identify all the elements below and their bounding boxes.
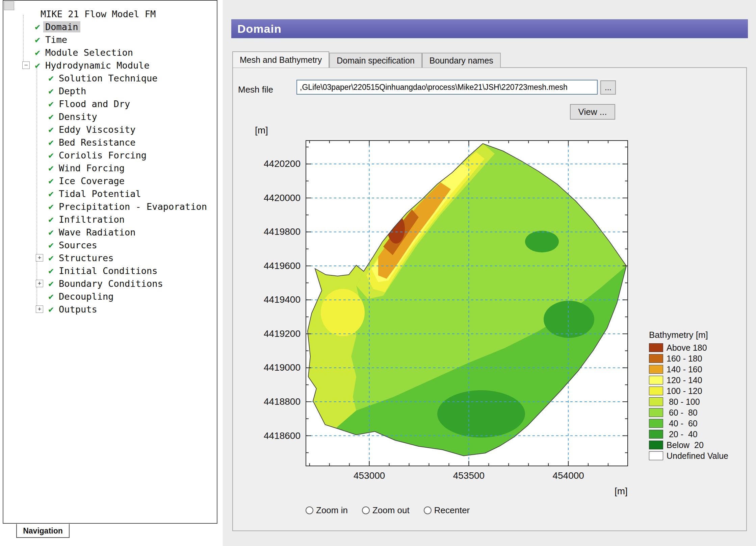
legend-swatch bbox=[649, 376, 663, 384]
tree-item-coriolis-forcing[interactable]: ✔Coriolis Forcing bbox=[5, 149, 215, 162]
tree-item-initial-conditions[interactable]: ✔Initial Conditions bbox=[5, 264, 215, 277]
tree-item-module-selection[interactable]: ✔Module Selection bbox=[5, 46, 215, 59]
check-icon: ✔ bbox=[45, 73, 57, 83]
navigation-tree: MIKE 21 Flow Model FM✔Domain✔Time✔Module… bbox=[5, 7, 215, 316]
check-icon: ✔ bbox=[45, 253, 57, 263]
mesh-file-input[interactable] bbox=[296, 80, 598, 95]
radio-recenter[interactable]: Recenter bbox=[424, 505, 470, 516]
tab-domain-specification[interactable]: Domain specification bbox=[329, 53, 422, 68]
tree-item-hydrodynamic-module[interactable]: −✔Hydrodynamic Module bbox=[5, 59, 215, 72]
plus-expander-icon[interactable]: + bbox=[36, 280, 43, 287]
legend-entry-140-160: 140 - 160 bbox=[649, 364, 728, 375]
bathymetry-plot[interactable] bbox=[306, 140, 628, 466]
check-icon: ✔ bbox=[32, 22, 43, 32]
tree-item-eddy-viscosity[interactable]: ✔Eddy Viscosity bbox=[5, 123, 215, 136]
check-icon: ✔ bbox=[45, 189, 57, 199]
tree-item-mike-21-flow-model-fm[interactable]: MIKE 21 Flow Model FM bbox=[5, 7, 215, 20]
radio-circle-icon[interactable] bbox=[424, 506, 432, 514]
check-icon: ✔ bbox=[32, 60, 43, 70]
y-tick-label: 4419000 bbox=[250, 362, 301, 373]
check-icon: ✔ bbox=[45, 124, 57, 134]
check-icon: ✔ bbox=[45, 99, 57, 109]
check-icon: ✔ bbox=[45, 86, 57, 96]
y-tick-label: 4418600 bbox=[250, 430, 301, 441]
legend-label: Undefined Value bbox=[667, 451, 728, 461]
tree-item-label: Wave Radiation bbox=[57, 227, 138, 238]
view-button-label: View ... bbox=[578, 107, 607, 117]
tree-item-structures[interactable]: +✔Structures bbox=[5, 251, 215, 264]
tree-item-decoupling[interactable]: ✔Decoupling bbox=[5, 290, 215, 303]
tree-item-wind-forcing[interactable]: ✔Wind Forcing bbox=[5, 162, 215, 174]
check-icon: ✔ bbox=[45, 214, 57, 224]
x-tick-label: 453000 bbox=[354, 470, 385, 481]
tab-boundary-names[interactable]: Boundary names bbox=[422, 53, 501, 68]
y-tick-label: 4420200 bbox=[250, 158, 301, 169]
bathymetry-map[interactable] bbox=[306, 140, 628, 466]
tree-item-label: Wind Forcing bbox=[57, 163, 127, 174]
tree-item-boundary-conditions[interactable]: +✔Boundary Conditions bbox=[5, 277, 215, 290]
legend-swatch bbox=[649, 441, 663, 449]
tree-item-solution-technique[interactable]: ✔Solution Technique bbox=[5, 72, 215, 84]
tree-item-label: Density bbox=[57, 111, 99, 122]
tree-item-label: Solution Technique bbox=[57, 73, 160, 84]
tree-item-sources[interactable]: ✔Sources bbox=[5, 239, 215, 251]
radio-zoom-in[interactable]: Zoom in bbox=[306, 505, 348, 516]
check-icon: ✔ bbox=[45, 111, 57, 122]
plus-expander-icon[interactable]: + bbox=[36, 305, 43, 313]
tree-item-tidal-potential[interactable]: ✔Tidal Potential bbox=[5, 187, 215, 200]
check-icon: ✔ bbox=[45, 291, 57, 301]
check-icon: ✔ bbox=[45, 266, 57, 276]
page-title: Domain bbox=[231, 22, 282, 35]
y-tick-label: 4419800 bbox=[250, 226, 301, 237]
view-button[interactable]: View ... bbox=[570, 104, 615, 120]
tree-item-precipitation-evaporation[interactable]: ✔Precipitation - Evaporation bbox=[5, 200, 215, 213]
browse-button[interactable]: ... bbox=[600, 80, 616, 95]
tree-item-bed-resistance[interactable]: ✔Bed Resistance bbox=[5, 136, 215, 149]
plot-tool-radios: Zoom inZoom outRecenter bbox=[306, 505, 484, 516]
tree-item-outputs[interactable]: +✔Outputs bbox=[5, 303, 215, 316]
radio-zoom-out[interactable]: Zoom out bbox=[362, 505, 410, 516]
check-icon: ✔ bbox=[45, 227, 57, 237]
legend-entry-120-140: 120 - 140 bbox=[649, 375, 728, 386]
tree-item-ice-coverage[interactable]: ✔Ice Coverage bbox=[5, 174, 215, 187]
tree-item-label: MIKE 21 Flow Model FM bbox=[38, 8, 158, 20]
tree-item-wave-radiation[interactable]: ✔Wave Radiation bbox=[5, 226, 215, 239]
legend-label: 140 - 160 bbox=[667, 365, 702, 374]
tree-item-label: Structures bbox=[57, 252, 116, 264]
tree-item-infiltration[interactable]: ✔Infiltration bbox=[5, 213, 215, 226]
navigation-bottom-tab[interactable]: Navigation bbox=[16, 524, 70, 538]
tree-item-depth[interactable]: ✔Depth bbox=[5, 84, 215, 97]
tree-item-label: Bed Resistance bbox=[57, 137, 138, 148]
tree-item-label: Tidal Potential bbox=[57, 188, 143, 199]
legend-swatch bbox=[649, 365, 663, 374]
check-icon: ✔ bbox=[45, 201, 57, 212]
radio-label: Zoom out bbox=[372, 505, 410, 516]
tree-item-label: Initial Conditions bbox=[57, 265, 160, 276]
tree-item-flood-and-dry[interactable]: ✔Flood and Dry bbox=[5, 97, 215, 110]
y-tick-label: 4419600 bbox=[250, 260, 301, 271]
y-tick-label: 4418800 bbox=[250, 396, 301, 407]
tree-item-label: Outputs bbox=[57, 304, 99, 315]
check-icon: ✔ bbox=[45, 176, 57, 186]
legend-entry-80-100: 80 - 100 bbox=[649, 396, 728, 407]
tree-item-density[interactable]: ✔Density bbox=[5, 110, 215, 123]
minus-expander-icon[interactable]: − bbox=[22, 61, 30, 69]
tab-bar: Mesh and BathymetryDomain specificationB… bbox=[232, 51, 501, 68]
legend-label: 160 - 180 bbox=[667, 354, 702, 364]
radio-circle-icon[interactable] bbox=[362, 506, 370, 514]
tab-mesh-and-bathymetry[interactable]: Mesh and Bathymetry bbox=[232, 51, 329, 68]
legend-swatch bbox=[649, 451, 663, 460]
legend-swatch bbox=[649, 354, 663, 363]
bathymetry-legend: Bathymetry [m] Above 180160 - 180140 - 1… bbox=[649, 330, 728, 461]
radio-circle-icon[interactable] bbox=[306, 506, 313, 514]
tree-item-domain[interactable]: ✔Domain bbox=[5, 20, 215, 33]
tree-item-label: Decoupling bbox=[57, 291, 116, 302]
plus-expander-icon[interactable]: + bbox=[36, 254, 43, 262]
y-tick-label: 4420000 bbox=[250, 193, 301, 203]
tree-item-time[interactable]: ✔Time bbox=[5, 33, 215, 46]
legend-entry-undefined-value: Undefined Value bbox=[649, 450, 728, 461]
radio-label: Recenter bbox=[434, 505, 470, 516]
navigation-tab-label: Navigation bbox=[23, 526, 63, 536]
legend-entry-40-60: 40 - 60 bbox=[649, 418, 728, 429]
tree-item-label: Domain bbox=[43, 21, 80, 32]
